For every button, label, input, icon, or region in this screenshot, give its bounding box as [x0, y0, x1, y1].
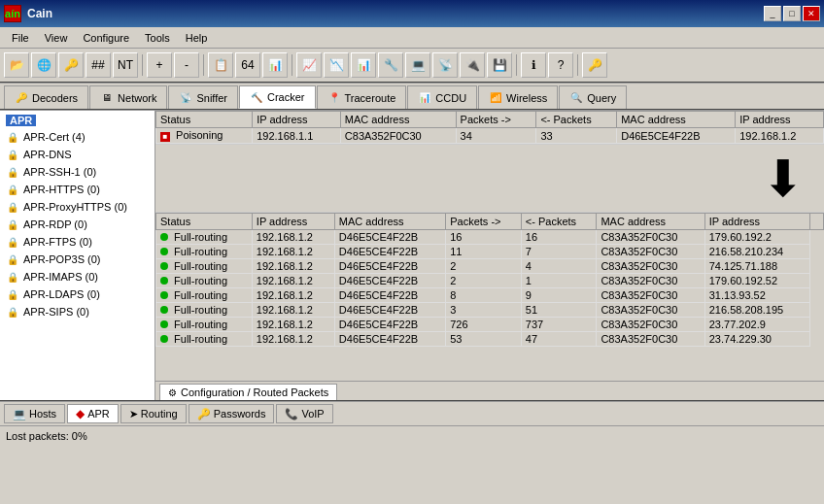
cell-ip: 192.168.1.2 — [252, 274, 334, 288]
hosts-icon: 💻 — [13, 408, 26, 420]
sidebar-item-apr-rdp[interactable]: 🔒 APR-RDP (0) — [2, 216, 153, 233]
col-pkts-in-top: <- Packets — [536, 112, 617, 128]
bottom-tab-apr[interactable]: ◆ APR — [67, 404, 119, 423]
sidebar-header[interactable]: APR — [2, 113, 153, 128]
menu-file[interactable]: File — [4, 30, 37, 46]
top-table-section: Status IP address MAC address Packets ->… — [155, 111, 824, 145]
sidebar-item-apr-cert[interactable]: 🔒 APR-Cert (4) — [2, 128, 153, 146]
bottom-table-section: Status IP address MAC address Packets ->… — [155, 213, 824, 381]
lock-icon-6: 🔒 — [6, 218, 19, 231]
routing-status-dot — [160, 320, 168, 328]
maximize-button[interactable]: □ — [783, 6, 801, 21]
sidebar-item-apr-ssh[interactable]: 🔒 APR-SSH-1 (0) — [2, 163, 153, 181]
table-row[interactable]: Full-routing 192.168.1.2 D46E5CE4F22B 72… — [156, 318, 824, 332]
menu-configure[interactable]: Configure — [75, 30, 137, 46]
tab-traceroute[interactable]: 📍 Traceroute — [317, 85, 407, 109]
toolbar-btn-4[interactable]: ## — [86, 52, 111, 78]
table-row[interactable]: ■ Poisoning 192.168.1.1 C83A352F0C30 34 … — [156, 128, 824, 144]
toolbar-btn-8[interactable]: 📋 — [208, 52, 233, 78]
cell-mac2: C83A352F0C30 — [597, 318, 704, 332]
cell-pkts-out: 53 — [446, 332, 522, 347]
toolbar-sep-4 — [516, 54, 517, 76]
toolbar-btn-7[interactable]: - — [174, 52, 199, 78]
cell-status: Full-routing — [156, 245, 253, 259]
sidebar-item-apr-dns[interactable]: 🔒 APR-DNS — [2, 146, 153, 163]
tab-network[interactable]: 🖥 Network — [89, 85, 167, 109]
sidebar-item-apr-sips[interactable]: 🔒 APR-SIPS (0) — [2, 303, 153, 320]
lock-icon-9: 🔒 — [6, 270, 19, 284]
sidebar: APR 🔒 APR-Cert (4) 🔒 APR-DNS 🔒 APR-SSH-1… — [0, 111, 155, 400]
lock-icon-8: 🔒 — [6, 252, 19, 266]
toolbar-btn-17[interactable]: 🔌 — [460, 52, 485, 78]
toolbar-btn-9[interactable]: 64 — [235, 52, 260, 78]
minimize-button[interactable]: _ — [764, 6, 781, 21]
toolbar-btn-20[interactable]: ? — [548, 52, 573, 78]
col-status-top: Status — [156, 112, 253, 128]
sidebar-item-apr-imaps[interactable]: 🔒 APR-IMAPS (0) — [2, 268, 153, 286]
config-tab-routed[interactable]: ⚙ Configuration / Routed Packets — [159, 384, 337, 400]
toolbar-btn-14[interactable]: 🔧 — [378, 52, 403, 78]
sidebar-item-apr-ftps[interactable]: 🔒 APR-FTPS (0) — [2, 233, 153, 251]
toolbar-btn-1[interactable]: 📂 — [4, 52, 29, 78]
toolbar-btn-18[interactable]: 💾 — [487, 52, 512, 78]
toolbar-btn-2[interactable]: 🌐 — [31, 52, 56, 78]
app-title: Cain — [27, 7, 52, 20]
cell-status: ■ Poisoning — [156, 128, 253, 144]
tab-query[interactable]: 🔍 Query — [559, 85, 627, 109]
table-row[interactable]: Full-routing 192.168.1.2 D46E5CE4F22B 16… — [156, 230, 824, 245]
sidebar-item-apr-ldaps[interactable]: 🔒 APR-LDAPS (0) — [2, 286, 153, 303]
toolbar-btn-10[interactable]: 📊 — [262, 52, 288, 78]
decoders-icon: 🔑 — [15, 91, 28, 105]
menu-tools[interactable]: Tools — [137, 30, 178, 46]
col-mac1-top: MAC address — [340, 112, 456, 128]
toolbar-btn-11[interactable]: 📈 — [296, 52, 322, 78]
menu-help[interactable]: Help — [178, 30, 216, 46]
bottom-tab-routing[interactable]: ➤ Routing — [120, 404, 187, 423]
table-row[interactable]: Full-routing 192.168.1.2 D46E5CE4F22B 11… — [156, 245, 824, 259]
cell-pkts-in: 7 — [521, 245, 597, 259]
toolbar-btn-5[interactable]: NT — [113, 52, 138, 78]
toolbar-btn-6[interactable]: + — [147, 52, 172, 78]
cell-ip2: 179.60.192.52 — [704, 274, 809, 288]
bottom-tab-voip[interactable]: 📞 VoIP — [276, 404, 332, 423]
tab-decoders[interactable]: 🔑 Decoders — [4, 85, 88, 109]
tab-wireless[interactable]: 📶 Wireless — [478, 85, 558, 109]
bottom-tab-passwords[interactable]: 🔑 Passwords — [189, 404, 275, 423]
close-button[interactable]: ✕ — [803, 6, 820, 21]
toolbar-btn-21[interactable]: 🔑 — [582, 52, 607, 78]
cell-ip2: 192.168.1.2 — [736, 128, 824, 144]
toolbar-btn-15[interactable]: 💻 — [405, 52, 430, 78]
cell-mac: D46E5CE4F22B — [334, 332, 445, 347]
bottom-tab-hosts[interactable]: 💻 Hosts — [4, 404, 65, 423]
menu-view[interactable]: View — [37, 30, 76, 46]
toolbar-btn-12[interactable]: 📉 — [324, 52, 349, 78]
toolbar-btn-3[interactable]: 🔑 — [58, 52, 84, 78]
table-row[interactable]: Full-routing 192.168.1.2 D46E5CE4F22B 2 … — [156, 259, 824, 274]
tab-ccdu[interactable]: 📊 CCDU — [407, 85, 477, 109]
table-row[interactable]: Full-routing 192.168.1.2 D46E5CE4F22B 2 … — [156, 274, 824, 288]
cell-pkts-out: 16 — [446, 230, 522, 245]
table-row[interactable]: Full-routing 192.168.1.2 D46E5CE4F22B 8 … — [156, 288, 824, 303]
toolbar-btn-16[interactable]: 📡 — [432, 52, 458, 78]
down-arrow-icon: ⬇ — [762, 153, 805, 204]
toolbar-sep-2 — [203, 54, 204, 76]
tab-sniffer[interactable]: 📡 Sniffer — [168, 85, 238, 109]
table-row[interactable]: Full-routing 192.168.1.2 D46E5CE4F22B 53… — [156, 332, 824, 347]
sidebar-item-apr-https[interactable]: 🔒 APR-HTTPS (0) — [2, 181, 153, 198]
tab-cracker[interactable]: 🔨 Cracker — [239, 85, 316, 109]
sidebar-item-apr-proxy[interactable]: 🔒 APR-ProxyHTTPS (0) — [2, 198, 153, 216]
toolbar-btn-13[interactable]: 📊 — [351, 52, 376, 78]
apr-icon: ◆ — [76, 407, 85, 420]
title-bar: aín Cain _ □ ✕ — [0, 0, 824, 27]
cell-pkts-out: 8 — [446, 288, 522, 303]
col-mac2-bottom: MAC address — [597, 214, 704, 230]
toolbar-btn-19[interactable]: ℹ — [521, 52, 546, 78]
sidebar-item-apr-pop3s[interactable]: 🔒 APR-POP3S (0) — [2, 251, 153, 268]
bottom-table: Status IP address MAC address Packets ->… — [155, 213, 824, 347]
table-row[interactable]: Full-routing 192.168.1.2 D46E5CE4F22B 3 … — [156, 303, 824, 318]
cell-mac2: D46E5CE4F22B — [617, 128, 736, 144]
cell-pkts-in: 4 — [521, 259, 597, 274]
routing-status-dot — [160, 248, 168, 255]
col-ip2-bottom: IP address — [704, 214, 809, 230]
cell-pkts-out: 3 — [446, 303, 522, 318]
